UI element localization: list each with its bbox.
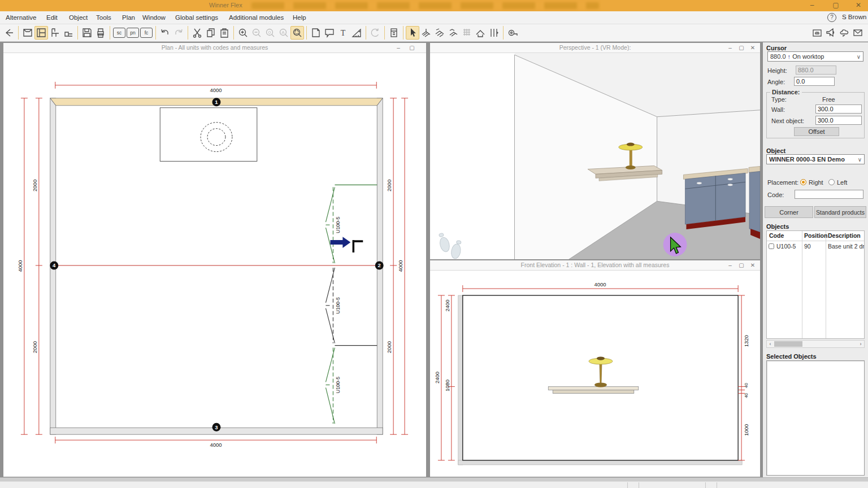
cloud-chat-icon[interactable] (837, 26, 851, 40)
perspective-window-titlebar[interactable]: Perspective - 1 (VR Mode): – ▢ ✕ (430, 43, 760, 53)
align-walls-icon[interactable] (487, 26, 501, 40)
back-icon[interactable] (2, 26, 16, 40)
elevation-view-icon[interactable] (34, 26, 48, 40)
pn-button[interactable]: pn (127, 28, 139, 38)
note-icon[interactable] (309, 26, 323, 40)
plan-view-icon[interactable] (21, 26, 34, 40)
cursor-mode-dropdown[interactable]: 880.0 ↑ On worktop ∨ (767, 51, 863, 62)
help-icon[interactable]: ? (827, 13, 836, 22)
selected-objects-list[interactable] (766, 360, 865, 476)
menu-additional-modules[interactable]: Additional modules (227, 11, 286, 24)
scrollbar-thumb[interactable] (774, 341, 802, 347)
shelf-elevation[interactable] (548, 386, 638, 393)
elevation-close-button[interactable]: ✕ (748, 262, 758, 269)
placement-right-radio[interactable] (800, 179, 806, 185)
perspective-minimize-button[interactable]: – (725, 44, 735, 52)
perspective-3d-view[interactable] (430, 53, 760, 259)
zoom-fit-icon[interactable]: A (277, 26, 290, 40)
menu-tools[interactable]: Tools (94, 11, 114, 24)
elevation-canvas[interactable]: 4000 2400 2400 1080 1320 40 40 1000 (430, 271, 760, 477)
fc-button[interactable]: fc (140, 28, 153, 38)
zoom-100-icon[interactable]: 0 (263, 26, 277, 40)
menu-window[interactable]: Window (140, 11, 168, 24)
wall-distance-field[interactable] (815, 104, 862, 114)
app-maximize-button[interactable]: ▢ (828, 1, 843, 10)
corner-button[interactable]: Corner (765, 206, 813, 218)
col-description[interactable]: Description (828, 232, 861, 239)
offset-button[interactable]: Offset (794, 127, 839, 136)
undo-icon[interactable] (158, 26, 172, 40)
col-code[interactable]: Code (769, 232, 784, 239)
zoom-out-icon[interactable] (250, 26, 263, 40)
wall-tool-2-icon[interactable] (433, 26, 446, 40)
tape-measure-icon[interactable] (506, 26, 519, 40)
standard-products-button[interactable]: Standard products (814, 206, 866, 218)
elevation-drawing[interactable]: 4000 2400 2400 1080 1320 40 40 1000 (430, 271, 760, 477)
objects-h-scrollbar[interactable]: ‹ › (766, 340, 865, 348)
plan-drawing[interactable]: 4000 4000 4000 2000 2000 2000 2000 4000 … (3, 53, 426, 477)
catalog-dropdown[interactable]: WINNER 0000-3 EN Demo ∨ (766, 154, 865, 164)
placement-right-label[interactable]: Right (809, 179, 823, 186)
cloud-folder-icon[interactable] (810, 26, 824, 40)
placement-left-radio[interactable] (828, 179, 835, 185)
menu-object[interactable]: Object (67, 11, 90, 24)
scroll-right-icon[interactable]: › (857, 341, 864, 347)
grid-icon[interactable] (460, 26, 474, 40)
col-position[interactable]: Position (804, 232, 827, 239)
height-field[interactable] (796, 66, 836, 75)
code-field[interactable] (795, 190, 863, 199)
unit-u100-5-top[interactable] (326, 185, 377, 263)
menu-global-settings[interactable]: Global settings (173, 11, 220, 24)
redo-icon[interactable] (172, 26, 185, 40)
menu-help[interactable]: Help (290, 11, 309, 24)
menu-alternative[interactable]: Alternative (3, 11, 38, 24)
unit-u100-5-middle[interactable] (326, 268, 377, 346)
comment-icon[interactable] (323, 26, 336, 40)
angle-field[interactable] (794, 77, 835, 86)
select-arrow-icon[interactable] (406, 26, 419, 40)
paste-icon[interactable] (218, 26, 231, 40)
structure-view-icon[interactable] (48, 26, 62, 40)
copy-icon[interactable] (204, 26, 218, 40)
toolbar-separator (306, 26, 307, 40)
elevation-maximize-button[interactable]: ▢ (736, 262, 747, 269)
print-icon[interactable] (94, 26, 107, 40)
text-tool-icon[interactable]: T (336, 26, 350, 40)
calculator-icon[interactable] (387, 26, 401, 40)
perspective-maximize-button[interactable]: ▢ (736, 44, 747, 52)
sc-button[interactable]: sc (113, 28, 125, 38)
megaphone-icon[interactable] (824, 26, 837, 40)
app-close-button[interactable]: ✕ (851, 1, 866, 10)
wall-tool-1-icon[interactable] (419, 26, 433, 40)
row-checkbox[interactable] (769, 243, 774, 249)
wall-tool-3-icon[interactable] (446, 26, 460, 40)
scroll-strip[interactable] (0, 477, 868, 481)
save-icon[interactable] (80, 26, 94, 40)
next-object-field[interactable] (815, 116, 862, 125)
corner-view-icon[interactable] (62, 26, 75, 40)
ceiling-lamp-symbol[interactable] (160, 108, 257, 162)
user-name[interactable]: S Brown (842, 14, 866, 20)
measure-icon[interactable] (350, 26, 363, 40)
plan-maximize-button[interactable]: ▢ (407, 44, 417, 52)
rotate-icon[interactable] (368, 26, 382, 40)
cut-icon[interactable] (190, 26, 204, 40)
roof-tool-icon[interactable] (474, 26, 487, 40)
app-minimize-button[interactable]: – (805, 1, 819, 10)
zoom-window-icon[interactable] (290, 26, 304, 40)
perspective-canvas[interactable] (430, 53, 760, 259)
zoom-in-icon[interactable] (236, 26, 250, 40)
elevation-window-titlebar[interactable]: Front Elevation - 1 : Wall - 1, Elevatio… (430, 260, 760, 271)
menu-edit[interactable]: Edit (44, 11, 60, 24)
scroll-left-icon[interactable]: ‹ (767, 341, 774, 347)
perspective-close-button[interactable]: ✕ (748, 44, 758, 52)
elevation-minimize-button[interactable]: – (725, 262, 735, 269)
unit-u100-5-bottom[interactable] (326, 348, 335, 424)
plan-canvas[interactable]: 4000 4000 4000 2000 2000 2000 2000 4000 … (3, 53, 426, 477)
menu-plan[interactable]: Plan (120, 11, 137, 24)
plan-window-titlebar[interactable]: Plan - All units with codes and measures… (3, 43, 426, 53)
mail-icon[interactable] (851, 26, 865, 40)
objects-table[interactable]: Code Position Description U100-5 90 Base… (766, 230, 865, 339)
plan-minimize-button[interactable]: – (393, 44, 403, 52)
placement-left-label[interactable]: Left (837, 179, 847, 186)
